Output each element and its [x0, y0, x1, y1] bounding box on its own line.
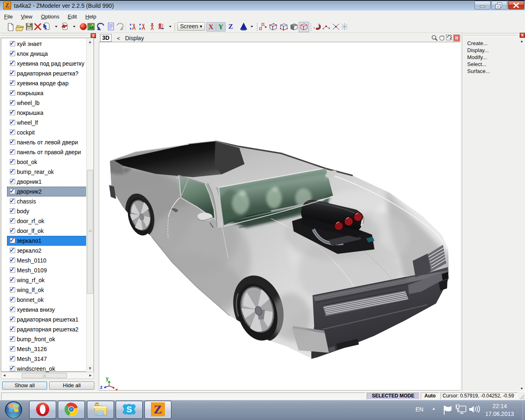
- svg-text:x: x: [115, 387, 118, 390]
- svg-text:z: z: [100, 384, 103, 390]
- svg-text:S: S: [126, 405, 132, 414]
- svg-text:Z: Z: [154, 402, 162, 416]
- svg-text:y: y: [106, 376, 109, 381]
